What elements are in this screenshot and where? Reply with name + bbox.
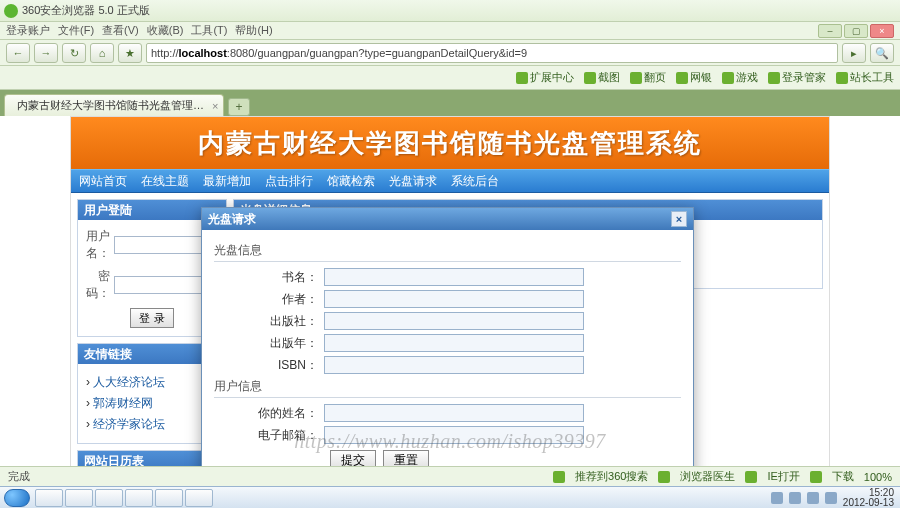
- nav-topic[interactable]: 在线主题: [141, 173, 189, 190]
- home-button[interactable]: ⌂: [90, 43, 114, 63]
- field-email-input[interactable]: [324, 426, 584, 444]
- tool-login[interactable]: 登录管家: [768, 70, 826, 85]
- section-user-info: 用户信息: [214, 378, 681, 398]
- status-ie[interactable]: IE打开: [767, 469, 799, 484]
- field-isbn-label: ISBN：: [214, 357, 324, 374]
- task-item[interactable]: [35, 489, 63, 507]
- tray-icon[interactable]: [771, 492, 783, 504]
- nav-search[interactable]: 馆藏检索: [327, 173, 375, 190]
- tool-net[interactable]: 网银: [676, 70, 712, 85]
- forward-button[interactable]: →: [34, 43, 58, 63]
- nav-admin[interactable]: 系统后台: [451, 173, 499, 190]
- game-icon: [722, 72, 734, 84]
- key-icon: [768, 72, 780, 84]
- field-year-label: 出版年：: [214, 335, 324, 352]
- field-book-input[interactable]: [324, 268, 584, 286]
- back-button[interactable]: ←: [6, 43, 30, 63]
- minimize-button[interactable]: –: [818, 24, 842, 38]
- site-nav: 网站首页 在线主题 最新增加 点击排行 馆藏检索 光盘请求 系统后台: [71, 169, 829, 193]
- menu-view[interactable]: 查看(V): [102, 23, 139, 38]
- wrench-icon: [836, 72, 848, 84]
- browser-tab[interactable]: 内蒙古财经大学图书馆随书光盘管理… ×: [4, 94, 224, 116]
- username-label: 用户名：: [86, 228, 110, 262]
- go-button[interactable]: ▸: [842, 43, 866, 63]
- bank-icon: [676, 72, 688, 84]
- window-controls: – ▢ ×: [818, 24, 894, 38]
- clock-date: 2012-09-13: [843, 498, 894, 508]
- search-button[interactable]: 🔍: [870, 43, 894, 63]
- refresh-button[interactable]: ↻: [62, 43, 86, 63]
- field-book-label: 书名：: [214, 269, 324, 286]
- start-button[interactable]: [4, 489, 30, 507]
- browser-menubar: 登录账户 文件(F) 查看(V) 收藏(B) 工具(T) 帮助(H) – ▢ ×: [0, 22, 900, 40]
- new-tab-button[interactable]: +: [228, 98, 250, 116]
- field-publisher-label: 出版社：: [214, 313, 324, 330]
- field-email-label: 电子邮箱：: [214, 427, 324, 444]
- download-icon: [810, 471, 822, 483]
- section-disc-info: 光盘信息: [214, 242, 681, 262]
- clock[interactable]: 15:20 2012-09-13: [843, 488, 894, 508]
- status-search[interactable]: 推荐到360搜索: [575, 469, 648, 484]
- field-isbn-input[interactable]: [324, 356, 584, 374]
- maximize-button[interactable]: ▢: [844, 24, 868, 38]
- close-button[interactable]: ×: [870, 24, 894, 38]
- url-input[interactable]: http://localhost:8080/guangpan/guangpan?…: [146, 43, 838, 63]
- task-item[interactable]: [95, 489, 123, 507]
- tool-game[interactable]: 游戏: [722, 70, 758, 85]
- tool-ext[interactable]: 扩展中心: [516, 70, 574, 85]
- field-author-label: 作者：: [214, 291, 324, 308]
- search-icon: [553, 471, 565, 483]
- clock-time: 15:20: [843, 488, 894, 498]
- tray-icon[interactable]: [789, 492, 801, 504]
- field-author-input[interactable]: [324, 290, 584, 308]
- task-item[interactable]: [125, 489, 153, 507]
- tab-strip: 内蒙古财经大学图书馆随书光盘管理… × +: [0, 90, 900, 116]
- menu-fav[interactable]: 收藏(B): [147, 23, 184, 38]
- nav-rank[interactable]: 点击排行: [265, 173, 313, 190]
- modal-body: 光盘信息 书名： 作者： 出版社： 出版年： ISBN： 用户信息 你的姓名： …: [202, 230, 693, 480]
- favorite-button[interactable]: ★: [118, 43, 142, 63]
- site-banner: 内蒙古财经大学图书馆随书光盘管理系统: [71, 117, 829, 169]
- link-item[interactable]: 郭涛财经网: [86, 393, 218, 414]
- field-publisher-input[interactable]: [324, 312, 584, 330]
- nav-request[interactable]: 光盘请求: [389, 173, 437, 190]
- browser-title: 360安全浏览器 5.0 正式版: [22, 3, 150, 18]
- tab-close-icon[interactable]: ×: [212, 100, 218, 112]
- request-modal: 光盘请求 × 光盘信息 书名： 作者： 出版社： 出版年： ISBN： 用户信息…: [201, 207, 694, 481]
- password-label: 密 码：: [86, 268, 110, 302]
- tool-page[interactable]: 翻页: [630, 70, 666, 85]
- menu-help[interactable]: 帮助(H): [235, 23, 272, 38]
- task-item[interactable]: [155, 489, 183, 507]
- tool-cut[interactable]: 截图: [584, 70, 620, 85]
- status-download[interactable]: 下载: [832, 469, 854, 484]
- ie-icon: [745, 471, 757, 483]
- status-text: 完成: [8, 469, 30, 484]
- modal-close-button[interactable]: ×: [671, 211, 687, 227]
- tray-icon[interactable]: [807, 492, 819, 504]
- url-scheme: http://: [151, 47, 179, 59]
- login-button[interactable]: 登 录: [130, 308, 173, 328]
- doctor-icon: [658, 471, 670, 483]
- link-item[interactable]: 经济学家论坛: [86, 414, 218, 435]
- url-path: :8080/guangpan/guangpan?type=guangpanDet…: [227, 47, 527, 59]
- menu-login[interactable]: 登录账户: [6, 23, 50, 38]
- browser-toolbar: 扩展中心 截图 翻页 网银 游戏 登录管家 站长工具: [0, 66, 900, 90]
- url-host: localhost: [179, 47, 227, 59]
- menu-file[interactable]: 文件(F): [58, 23, 94, 38]
- field-name-input[interactable]: [324, 404, 584, 422]
- link-item[interactable]: 人大经济论坛: [86, 372, 218, 393]
- browser-statusbar: 完成 推荐到360搜索 浏览器医生 IE打开 下载 100%: [0, 466, 900, 486]
- browser-titlebar: 360安全浏览器 5.0 正式版: [0, 0, 900, 22]
- nav-new[interactable]: 最新增加: [203, 173, 251, 190]
- field-year-input[interactable]: [324, 334, 584, 352]
- task-item[interactable]: [65, 489, 93, 507]
- modal-titlebar[interactable]: 光盘请求 ×: [202, 208, 693, 230]
- nav-home[interactable]: 网站首页: [79, 173, 127, 190]
- task-item[interactable]: [185, 489, 213, 507]
- tray-icon[interactable]: [825, 492, 837, 504]
- tab-label: 内蒙古财经大学图书馆随书光盘管理…: [17, 98, 204, 113]
- tool-site[interactable]: 站长工具: [836, 70, 894, 85]
- menu-tools[interactable]: 工具(T): [191, 23, 227, 38]
- zoom-level[interactable]: 100%: [864, 471, 892, 483]
- status-doctor[interactable]: 浏览器医生: [680, 469, 735, 484]
